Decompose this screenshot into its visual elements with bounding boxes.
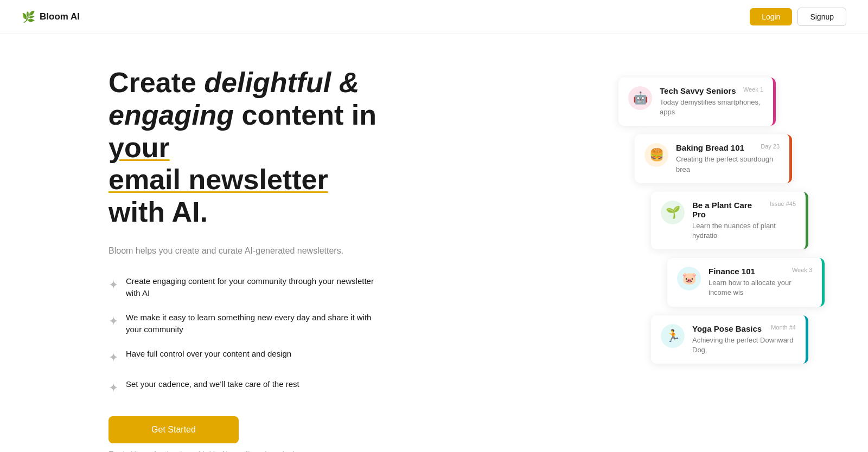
hero-section: Create delightful &engaging content in y… (0, 34, 868, 452)
newsletter-card: 🍔 Baking Bread 101 Day 23 Creating the p… (635, 134, 792, 183)
hero-subtitle: Bloom helps you create and curate AI-gen… (108, 244, 380, 258)
trust-text: Trusted by professionals worldwide. No c… (108, 450, 380, 452)
newsletter-card: 🏃 Yoga Pose Basics Month #4 Achieving th… (651, 315, 808, 364)
newsletter-card: 🌱 Be a Plant Care Pro Issue #45 Learn th… (651, 192, 808, 249)
brand: 🌿 Bloom AI (22, 10, 80, 23)
card-header: Be a Plant Care Pro Issue #45 (692, 201, 796, 219)
card-content: Be a Plant Care Pro Issue #45 Learn the … (692, 201, 796, 241)
card-icon: 🏃 (661, 324, 685, 348)
newsletter-card: 🤖 Tech Savvy Seniors Week 1 Today demyst… (618, 78, 776, 126)
brand-icon: 🌿 (22, 10, 35, 23)
card-desc: Learn how to allocate your income wis (709, 278, 812, 298)
feature-icon: ✦ (108, 379, 118, 397)
card-desc: Creating the perfect sourdough brea (676, 154, 780, 174)
feature-item: ✦Have full control over your content and… (108, 348, 380, 366)
card-title: Be a Plant Care Pro (692, 201, 765, 219)
get-started-button[interactable]: Get Started (108, 416, 239, 443)
hero-left: Create delightful &engaging content in y… (108, 67, 380, 452)
feature-item: ✦We make it easy to learn something new … (108, 312, 380, 336)
newsletter-cards: 🤖 Tech Savvy Seniors Week 1 Today demyst… (618, 67, 803, 364)
card-icon: 🍔 (644, 143, 668, 167)
card-content: Yoga Pose Basics Month #4 Achieving the … (692, 324, 796, 355)
feature-item: ✦Create engaging content for your commun… (108, 275, 380, 300)
card-header: Baking Bread 101 Day 23 (676, 143, 780, 152)
hero-title: Create delightful &engaging content in y… (108, 67, 380, 229)
card-content: Baking Bread 101 Day 23 Creating the per… (676, 143, 780, 174)
card-title: Yoga Pose Basics (692, 324, 762, 333)
navbar: 🌿 Bloom AI Login Signup (0, 0, 868, 34)
card-icon: 🌱 (661, 201, 685, 224)
feature-text: We make it easy to learn something new e… (126, 312, 380, 336)
card-header: Finance 101 Week 3 (709, 267, 812, 276)
nav-actions: Login Signup (750, 8, 846, 26)
feature-icon: ✦ (108, 312, 118, 330)
card-title: Tech Savvy Seniors (660, 86, 736, 95)
card-desc: Achieving the perfect Downward Dog, (692, 335, 796, 355)
feature-item: ✦Set your cadence, and we'll take care o… (108, 378, 380, 397)
card-badge: Issue #45 (770, 201, 796, 207)
feature-list: ✦Create engaging content for your commun… (108, 275, 380, 397)
newsletter-card: 🐷 Finance 101 Week 3 Learn how to alloca… (667, 258, 825, 306)
brand-name: Bloom AI (40, 11, 80, 22)
card-desc: Today demystifies smartphones, apps (660, 98, 763, 117)
card-icon: 🐷 (677, 267, 701, 290)
card-badge: Month #4 (771, 324, 796, 331)
card-content: Tech Savvy Seniors Week 1 Today demystif… (660, 86, 763, 117)
card-title: Baking Bread 101 (676, 143, 744, 152)
signup-button[interactable]: Signup (797, 8, 846, 26)
login-button[interactable]: Login (750, 8, 792, 25)
feature-text: Create engaging content for your communi… (126, 275, 380, 300)
feature-icon: ✦ (108, 348, 118, 366)
feature-text: Have full control over your content and … (126, 348, 291, 360)
card-badge: Week 3 (792, 267, 812, 273)
card-icon: 🤖 (628, 86, 652, 110)
card-title: Finance 101 (709, 267, 755, 276)
card-desc: Learn the nuances of plant hydratio (692, 221, 796, 241)
card-badge: Day 23 (761, 143, 780, 150)
card-badge: Week 1 (743, 86, 763, 93)
feature-icon: ✦ (108, 276, 118, 294)
card-content: Finance 101 Week 3 Learn how to allocate… (709, 267, 812, 298)
feature-text: Set your cadence, and we'll take care of… (126, 378, 299, 391)
card-header: Yoga Pose Basics Month #4 (692, 324, 796, 333)
card-header: Tech Savvy Seniors Week 1 (660, 86, 763, 95)
